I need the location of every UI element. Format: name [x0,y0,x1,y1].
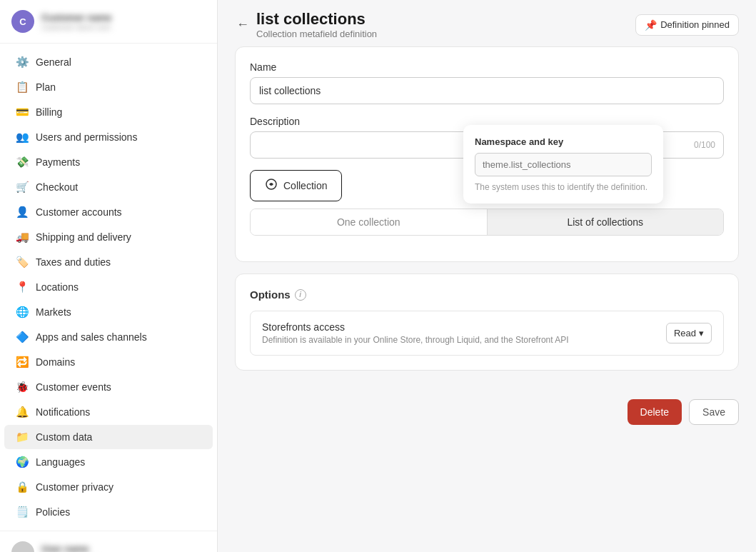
type-collection-label: Collection [283,180,327,191]
namespace-dropdown: Namespace and key The system uses this t… [463,125,663,204]
customer-accounts-icon: 👤 [16,206,29,219]
sidebar-item-taxes[interactable]: 🏷️ Taxes and duties [4,250,213,274]
list-collections-btn[interactable]: List of collections [488,209,724,235]
sidebar-header: C Customer name customer-store.com [0,0,217,44]
topbar-titles: list collections Collection metafield de… [256,10,377,39]
sidebar-item-label: Customer events [36,381,111,393]
sidebar-item-label: Policies [36,506,70,518]
sidebar-item-label: Payments [36,156,80,168]
sidebar-item-markets[interactable]: 🌐 Markets [4,300,213,324]
sidebar-item-policies[interactable]: 🗒️ Policies [4,500,213,524]
locations-icon: 📍 [16,281,29,293]
storefronts-row: Storefronts access Definition is availab… [250,311,724,356]
pinned-badge-button[interactable]: 📌 Definition pinned [635,14,739,36]
domains-icon: 🔁 [16,356,29,368]
read-dropdown-btn[interactable]: Read ▾ [666,323,712,343]
sidebar-item-label: Languages [36,456,85,468]
sidebar-item-languages[interactable]: 🌍 Languages [4,450,213,474]
sidebar-item-label: Custom data [36,431,92,443]
sidebar-item-label: Shipping and delivery [36,231,131,243]
page-title: list collections [256,10,377,29]
custom-data-icon: 📁 [16,431,29,443]
sidebar-item-label: Checkout [36,181,78,193]
sidebar-item-billing[interactable]: 💳 Billing [4,100,213,124]
quantity-toggle: One collection List of collections [250,209,724,236]
store-info: Customer name customer-store.com [41,12,111,31]
options-info-icon[interactable]: i [295,289,306,301]
sidebar-item-customer-events[interactable]: 🐞 Customer events [4,375,213,399]
sidebar-item-general[interactable]: ⚙️ General [4,50,213,74]
privacy-icon: 🔒 [16,481,29,493]
description-count: 0/100 [694,140,715,150]
sidebar-item-label: Customer privacy [36,481,114,493]
name-input[interactable] [250,77,724,104]
ns-input[interactable] [475,153,652,176]
sidebar-item-payments[interactable]: 💸 Payments [4,150,213,174]
plan-icon: 📋 [16,81,29,94]
main-content: ← list collections Collection metafield … [218,0,756,552]
user-avatar [11,541,34,552]
sidebar-item-label: Customer accounts [36,206,122,218]
pinned-label: Definition pinned [660,19,730,30]
billing-icon: 💳 [16,106,29,119]
sidebar-item-apps[interactable]: 🔷 Apps and sales channels [4,325,213,349]
sidebar-nav: ⚙️ General 📋 Plan 💳 Billing 👥 Users and … [0,44,217,531]
general-icon: ⚙️ [16,56,29,69]
checkout-icon: 🛒 [16,181,29,194]
sidebar-item-shipping[interactable]: 🚚 Shipping and delivery [4,225,213,249]
delete-button[interactable]: Delete [628,399,682,425]
sidebar-item-customer-privacy[interactable]: 🔒 Customer privacy [4,475,213,499]
name-label: Name [250,61,724,73]
type-collection-option[interactable]: Collection [250,170,342,201]
users-icon: 👥 [16,131,29,144]
sidebar-item-users[interactable]: 👥 Users and permissions [4,125,213,149]
back-button[interactable]: ← [235,16,251,34]
topbar: ← list collections Collection metafield … [218,0,756,46]
sidebar-item-label: Domains [36,356,75,368]
sidebar-item-label: Notifications [36,406,90,418]
sidebar-footer: User name user@store.com [0,531,217,552]
topbar-left: ← list collections Collection metafield … [235,10,377,39]
store-sub: customer-store.com [41,23,111,31]
sidebar-item-label: Markets [36,306,71,318]
sidebar-item-customer-accounts[interactable]: 👤 Customer accounts [4,200,213,224]
sidebar-item-label: Apps and sales channels [36,331,147,343]
sidebar: C Customer name customer-store.com ⚙️ Ge… [0,0,218,552]
payments-icon: 💸 [16,156,29,169]
read-label: Read [674,328,696,338]
markets-icon: 🌐 [16,306,29,318]
back-icon: ← [236,17,249,32]
storefronts-desc: Definition is available in your Online S… [262,335,666,345]
sidebar-item-label: Billing [36,106,62,118]
action-bar: Delete Save [218,388,756,436]
store-name: Customer name [41,12,111,23]
pin-icon: 📌 [645,19,657,31]
sidebar-item-domains[interactable]: 🔁 Domains [4,350,213,374]
ns-dropdown-label: Namespace and key [475,136,652,147]
sidebar-item-custom-data[interactable]: 📁 Custom data [4,425,213,449]
ns-dropdown-hint: The system uses this to identify the def… [475,182,652,192]
languages-icon: 🌍 [16,456,29,468]
sidebar-item-label: Plan [36,81,56,93]
sidebar-item-checkout[interactable]: 🛒 Checkout [4,175,213,199]
collection-type-icon [265,178,278,194]
content-area: Name Description 0/100 [218,46,756,388]
options-title-text: Options [250,288,291,301]
one-collection-btn[interactable]: One collection [251,209,487,235]
policies-icon: 🗒️ [16,506,29,518]
sidebar-item-label: Locations [36,281,79,293]
options-card: Options i Storefronts access Definition … [235,274,739,371]
storefront-info: Storefronts access Definition is availab… [262,321,666,345]
save-button[interactable]: Save [689,399,739,425]
options-title: Options i [250,288,724,301]
shipping-icon: 🚚 [16,231,29,244]
sidebar-item-notifications[interactable]: 🔔 Notifications [4,400,213,424]
customer-events-icon: 🐞 [16,381,29,393]
notifications-icon: 🔔 [16,406,29,418]
sidebar-item-plan[interactable]: 📋 Plan [4,75,213,99]
sidebar-item-label: General [36,56,71,68]
sidebar-item-label: Taxes and duties [36,256,111,268]
name-group: Name [250,61,724,104]
sidebar-item-locations[interactable]: 📍 Locations [4,275,213,299]
apps-icon: 🔷 [16,331,29,343]
